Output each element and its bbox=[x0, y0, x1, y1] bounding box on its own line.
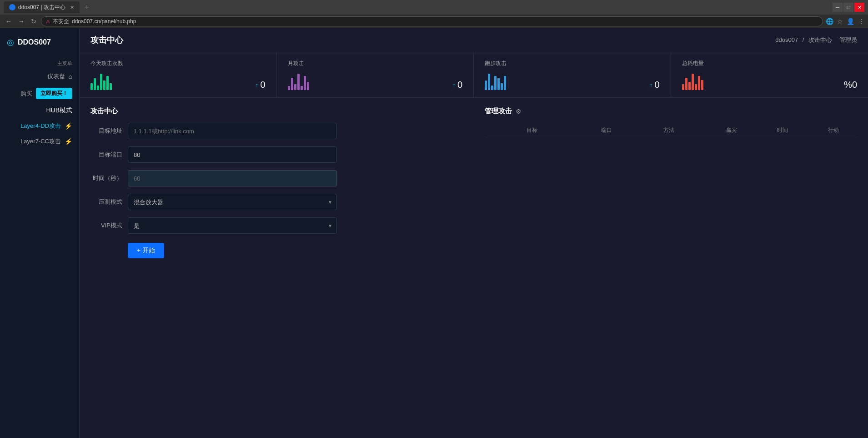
breadcrumb-sep: / bbox=[803, 36, 804, 43]
table-header-col-2: 方法 bbox=[634, 126, 705, 134]
stat-label: 总耗电量 bbox=[682, 60, 858, 67]
url-text: ddos007.cn/panel/hub.php bbox=[72, 18, 136, 25]
time-input[interactable] bbox=[128, 170, 337, 186]
manage-attacks-panel: 管理攻击 ⚙ 目标端口方法赢宾时间行动 bbox=[474, 107, 857, 138]
stat-bar bbox=[501, 83, 503, 90]
stat-bar bbox=[110, 83, 112, 90]
stat-value: ↑ 0 bbox=[452, 80, 462, 90]
back-button[interactable]: ← bbox=[4, 17, 14, 26]
attacks-table-header: 目标端口方法赢宾时间行动 bbox=[485, 123, 857, 138]
stat-bar bbox=[288, 86, 290, 90]
stat-bar bbox=[90, 83, 93, 90]
port-input[interactable] bbox=[128, 146, 337, 163]
table-header-col-5: 行动 bbox=[810, 126, 857, 134]
stat-bar bbox=[291, 78, 293, 90]
stat-number: %0 bbox=[844, 80, 857, 90]
hub-label: HUB模式 bbox=[46, 106, 72, 115]
stat-bar bbox=[685, 78, 687, 90]
address-bar[interactable]: ⚠ 不安全 ddos007.cn/panel/hub.php bbox=[41, 16, 823, 26]
layer4-label: Layer4-DD攻击 bbox=[20, 122, 61, 130]
sidebar-section-title: 主菜单 bbox=[0, 56, 79, 69]
mode-select-wrapper: 混合放大器 UDP洪水 TCP洪水 HTTP洪水 ▼ bbox=[128, 194, 337, 210]
stat-bar bbox=[698, 76, 700, 91]
table-header-col-4: 时间 bbox=[759, 126, 806, 134]
stat-arrow-icon: ↑ bbox=[649, 81, 652, 89]
target-input[interactable] bbox=[128, 123, 337, 139]
stat-bar bbox=[701, 80, 703, 91]
mode-label: 压测模式 bbox=[90, 198, 122, 206]
stat-bar bbox=[688, 82, 691, 90]
mode-group: 压测模式 混合放大器 UDP洪水 TCP洪水 HTTP洪水 ▼ bbox=[90, 194, 474, 210]
tab-close-icon[interactable]: ✕ bbox=[70, 5, 74, 10]
stat-bar bbox=[504, 76, 506, 90]
target-address-group: 目标地址 bbox=[90, 123, 474, 139]
start-button[interactable]: + 开始 bbox=[128, 243, 164, 258]
close-button[interactable]: ✕ bbox=[854, 3, 864, 12]
security-icon: ⚠ bbox=[46, 19, 50, 24]
stat-value: ↑ 0 bbox=[649, 80, 659, 90]
attack-center-title: 攻击中心 bbox=[90, 107, 474, 116]
breadcrumb-home: ddos007 bbox=[775, 36, 798, 43]
sidebar-item-layer4[interactable]: Layer4-DD攻击 ⚡ bbox=[0, 118, 79, 134]
stat-bar bbox=[297, 74, 300, 90]
profile-icon[interactable]: 👤 bbox=[847, 18, 854, 25]
browser-chrome: ddos007 | 攻击中心 ✕ + ─ □ ✕ ← → ↻ ⚠ 不安全 ddo… bbox=[0, 0, 868, 28]
sidebar-item-hub[interactable]: HUB模式 bbox=[0, 103, 79, 118]
vip-group: VIP模式 是 否 ▼ bbox=[90, 217, 474, 234]
buy-now-button[interactable]: 立即购买！ bbox=[36, 88, 72, 99]
stat-card-total-power: 总耗电量 %0 bbox=[671, 52, 868, 97]
page-title: 攻击中心 bbox=[90, 35, 123, 45]
stat-value: ↑ 0 bbox=[255, 80, 265, 90]
stat-bar bbox=[100, 74, 102, 90]
stat-bar bbox=[106, 76, 109, 90]
forward-button[interactable]: → bbox=[16, 17, 26, 26]
bookmark-icon[interactable]: ☆ bbox=[837, 18, 843, 25]
stat-bar bbox=[94, 78, 96, 90]
stat-bar bbox=[497, 78, 500, 90]
stat-body: ↑ 0 bbox=[288, 72, 463, 90]
buy-label: 购买 bbox=[20, 90, 32, 98]
layer7-label: Layer7-CC攻击 bbox=[20, 137, 61, 146]
table-header-col-1: 端口 bbox=[583, 126, 630, 134]
browser-toolbar: ← → ↻ ⚠ 不安全 ddos007.cn/panel/hub.php 🌐 ☆… bbox=[0, 15, 868, 28]
new-tab-button[interactable]: + bbox=[82, 3, 92, 11]
admin-label: 管理员 bbox=[839, 36, 857, 44]
stat-bar bbox=[488, 74, 490, 90]
vip-select[interactable]: 是 否 bbox=[128, 217, 337, 234]
main-content: 攻击中心 ddos007 / 攻击中心 管理员 今天攻击次数 ↑ 0 bbox=[80, 28, 868, 438]
stat-bar bbox=[494, 76, 497, 90]
stat-bar bbox=[485, 81, 487, 90]
sidebar-item-dashboard[interactable]: 仪表盘 ⌂ bbox=[0, 69, 79, 84]
manage-title-area: 管理攻击 ⚙ bbox=[485, 107, 857, 116]
menu-icon[interactable]: ⋮ bbox=[858, 18, 864, 25]
stat-bar bbox=[491, 86, 493, 90]
stat-bar bbox=[103, 81, 105, 90]
stat-card-running-attacks: 跑步攻击 ↑ 0 bbox=[474, 52, 671, 97]
manage-title-text: 管理攻击 bbox=[485, 107, 512, 116]
manage-gear-icon[interactable]: ⚙ bbox=[516, 108, 522, 115]
minimize-button[interactable]: ─ bbox=[833, 3, 843, 12]
sidebar-item-layer7[interactable]: Layer7-CC攻击 ⚡ bbox=[0, 134, 79, 149]
translate-icon[interactable]: 🌐 bbox=[826, 18, 833, 25]
port-label: 目标端口 bbox=[90, 151, 122, 159]
refresh-button[interactable]: ↻ bbox=[29, 17, 38, 26]
stat-card-today-attacks: 今天攻击次数 ↑ 0 bbox=[80, 52, 277, 97]
mode-select[interactable]: 混合放大器 UDP洪水 TCP洪水 HTTP洪水 bbox=[128, 194, 337, 210]
stat-bars bbox=[288, 72, 309, 90]
time-label: 时间（秒） bbox=[90, 174, 122, 182]
layer7-icon: ⚡ bbox=[65, 138, 72, 145]
stat-label: 月攻击 bbox=[288, 60, 463, 67]
dashboard-label: 仪表盘 bbox=[47, 72, 65, 81]
sidebar: ◎ DDOS007 主菜单 仪表盘 ⌂ 购买 立即购买！ HUB模式 Layer… bbox=[0, 28, 80, 438]
tab-favicon bbox=[9, 4, 15, 10]
app-logo: ◎ DDOS007 bbox=[0, 33, 79, 56]
maximize-button[interactable]: □ bbox=[843, 3, 853, 12]
vip-select-wrapper: 是 否 ▼ bbox=[128, 217, 337, 234]
stat-number: 0 bbox=[260, 80, 265, 90]
stat-bars bbox=[682, 72, 703, 90]
stat-bar bbox=[682, 84, 684, 91]
stat-bars bbox=[90, 72, 112, 90]
layer4-icon: ⚡ bbox=[65, 122, 72, 130]
browser-titlebar: ddos007 | 攻击中心 ✕ + ─ □ ✕ bbox=[0, 0, 868, 15]
browser-tab[interactable]: ddos007 | 攻击中心 ✕ bbox=[4, 1, 80, 13]
